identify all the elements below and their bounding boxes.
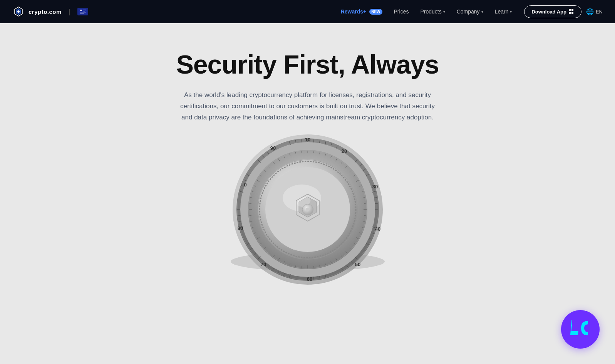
svg-text:0: 0	[244, 182, 246, 188]
nav-actions: Download App 🌐 EN	[524, 5, 603, 18]
download-app-button[interactable]: Download App	[524, 5, 581, 18]
nav-company[interactable]: Company ▾	[452, 6, 488, 17]
svg-rect-8	[80, 12, 86, 13]
logo-badge	[77, 8, 88, 15]
company-chevron: ▾	[481, 10, 483, 14]
nav-links: Rewards+ NEW Prices Products ▾ Company ▾…	[336, 6, 517, 17]
badge-letters-text	[569, 317, 592, 342]
badge-icon	[569, 317, 592, 340]
logo[interactable]: crypto.com |	[12, 5, 88, 18]
safe-body: 10 20 30 40 50 60 70 80 0 90	[227, 127, 389, 289]
products-chevron: ▾	[443, 10, 445, 14]
svg-text:40: 40	[375, 226, 380, 232]
svg-line-52	[237, 216, 240, 216]
svg-rect-6	[83, 10, 86, 10]
svg-line-64	[302, 139, 302, 143]
navbar: crypto.com | Rewards+ NEW Prices Product…	[0, 0, 615, 23]
svg-text:80: 80	[237, 225, 243, 231]
nav-products[interactable]: Products ▾	[416, 6, 449, 17]
hero-section: Security First, Always As the world's le…	[0, 23, 615, 304]
svg-text:20: 20	[341, 148, 347, 154]
svg-text:10: 10	[305, 137, 310, 143]
svg-text:70: 70	[260, 262, 266, 267]
hero-title: Security First, Always	[8, 50, 607, 79]
globe-icon: 🌐	[586, 8, 594, 15]
svg-text:60: 60	[307, 276, 312, 282]
qr-icon	[569, 9, 574, 14]
floating-chat-badge[interactable]	[561, 310, 600, 349]
safe-svg: 10 20 30 40 50 60 70 80 0 90	[227, 127, 389, 289]
svg-point-147	[306, 208, 310, 211]
svg-text:30: 30	[372, 184, 377, 190]
nav-prices[interactable]: Prices	[389, 6, 414, 17]
svg-line-16	[313, 139, 314, 143]
nav-rewards[interactable]: Rewards+ NEW	[336, 6, 387, 17]
svg-point-3	[17, 10, 20, 13]
svg-rect-7	[83, 11, 85, 12]
safe-illustration: 10 20 30 40 50 60 70 80 0 90	[8, 142, 607, 289]
hero-description: As the world's leading cryptocurrency pl…	[177, 90, 439, 123]
learn-chevron: ▾	[510, 10, 512, 14]
svg-line-28	[375, 204, 378, 204]
svg-rect-9	[80, 13, 84, 14]
svg-text:50: 50	[355, 262, 360, 267]
svg-rect-5	[80, 10, 82, 11]
language-button[interactable]: 🌐 EN	[586, 8, 603, 15]
logo-divider: |	[69, 8, 70, 16]
logo-text: crypto.com	[28, 8, 62, 15]
logo-icon	[12, 5, 25, 18]
svg-line-40	[313, 277, 314, 280]
nav-learn[interactable]: Learn ▾	[490, 6, 517, 17]
svg-text:90: 90	[270, 145, 275, 151]
